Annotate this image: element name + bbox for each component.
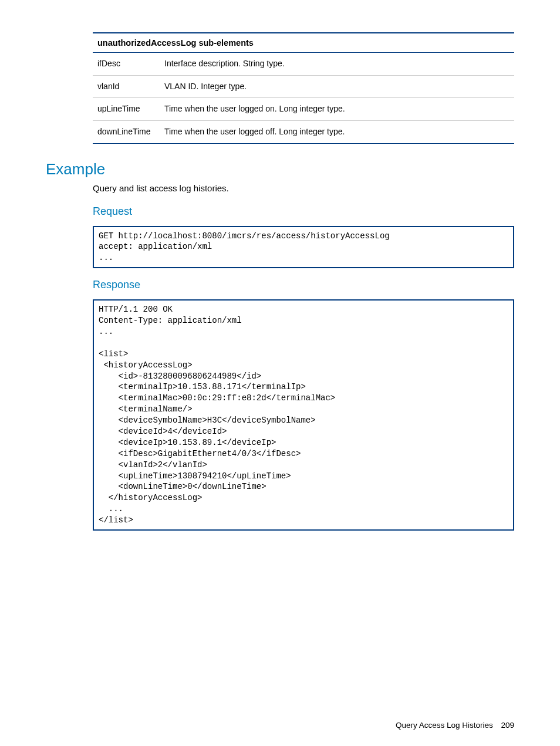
response-heading: Response: [93, 279, 514, 291]
table-row: ifDesc Interface description. String typ…: [93, 53, 514, 76]
footer-title: Query Access Log Histories: [396, 721, 493, 730]
table-header: unauthorizedAccessLog sub-elements: [93, 33, 514, 53]
param-desc: VLAN ID. Integer type.: [160, 75, 514, 98]
param-name: ifDesc: [93, 53, 160, 76]
sub-elements-table: unauthorizedAccessLog sub-elements ifDes…: [93, 32, 514, 144]
table-row: downLineTime Time when the user logged o…: [93, 121, 514, 144]
param-name: vlanId: [93, 75, 160, 98]
example-heading: Example: [46, 160, 514, 178]
table-row: upLineTime Time when the user logged on.…: [93, 98, 514, 121]
param-name: upLineTime: [93, 98, 160, 121]
request-heading: Request: [93, 205, 514, 218]
param-name: downLineTime: [93, 121, 160, 144]
example-lead: Query and list access log histories.: [93, 182, 514, 195]
page-footer: Query Access Log Histories 209: [396, 721, 514, 730]
request-code-block: GET http://localhost:8080/imcrs/res/acce…: [93, 226, 514, 269]
param-desc: Time when the user logged off. Long inte…: [160, 121, 514, 144]
page-number: 209: [501, 721, 514, 730]
param-desc: Interface description. String type.: [160, 53, 514, 76]
param-desc: Time when the user logged on. Long integ…: [160, 98, 514, 121]
response-code-block: HTTP/1.1 200 OK Content-Type: applicatio…: [93, 299, 514, 531]
table-row: vlanId VLAN ID. Integer type.: [93, 75, 514, 98]
